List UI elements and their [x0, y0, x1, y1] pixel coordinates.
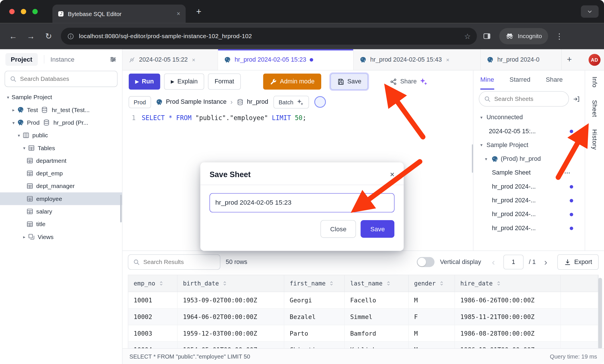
tab-instance[interactable]: Instance	[50, 56, 75, 63]
caret-icon[interactable]: ▾	[5, 95, 11, 100]
tree-item[interactable]: ▾public	[0, 129, 122, 142]
column-header[interactable]: gender	[409, 275, 455, 292]
site-info-icon[interactable]	[67, 32, 75, 40]
dialog-close-button[interactable]: Close	[321, 220, 356, 238]
tree-item[interactable]: ▾Prodhr_prod (Pr...	[0, 116, 122, 129]
tab-mine[interactable]: Mine	[480, 71, 494, 90]
sheet-item[interactable]: 2024-02-05 15:...	[474, 124, 585, 138]
strip-tab-sheet[interactable]: Sheet	[591, 100, 598, 117]
tree-item[interactable]: ▸Views	[0, 230, 122, 243]
environment-chip[interactable]: Prod	[129, 96, 151, 108]
tree-item[interactable]: ▾Sample Project	[0, 91, 122, 103]
query-tab[interactable]: hr_prod 2024-02-05 15:23	[218, 49, 354, 70]
caret-icon[interactable]: ▾	[21, 145, 28, 151]
save-button[interactable]: Save	[330, 73, 368, 89]
share-button[interactable]: Share	[383, 73, 419, 89]
caret-icon[interactable]: ▸	[10, 107, 17, 113]
tree-item[interactable]: title	[0, 218, 122, 230]
sheet-search-input[interactable]	[494, 95, 564, 102]
run-button[interactable]: ▶ Run	[129, 73, 161, 89]
bookmark-star-icon[interactable]: ☆	[464, 32, 471, 41]
sheet-group[interactable]: ▾Sample Project	[474, 138, 585, 152]
query-tab[interactable]: 2024-02-05 15:22×	[122, 49, 218, 70]
sparkles-ai-icon[interactable]	[419, 77, 428, 86]
tree-item[interactable]: employee	[0, 192, 122, 205]
side-panel-button[interactable]	[479, 28, 495, 44]
column-header[interactable]: birth_date	[178, 275, 284, 292]
sidebar-scrollbar[interactable]	[120, 195, 122, 222]
collapse-panel-icon[interactable]	[573, 95, 580, 103]
page-number-input[interactable]	[503, 255, 523, 269]
results-scrollbar[interactable]	[598, 278, 602, 348]
results-search-input[interactable]	[143, 259, 215, 265]
tab-starred[interactable]: Starred	[510, 71, 531, 90]
window-close-button[interactable]	[9, 9, 15, 14]
export-button[interactable]: Export	[557, 254, 599, 270]
sheet-search[interactable]	[479, 91, 569, 107]
caret-icon[interactable]: ▾	[480, 115, 486, 120]
column-header[interactable]: emp_no	[128, 275, 178, 292]
reload-button[interactable]: ↻	[41, 28, 56, 44]
browser-menu-button[interactable]: ⋮	[553, 32, 566, 41]
caret-icon[interactable]: ▾	[480, 142, 486, 148]
sheet-item[interactable]: hr_prod 2024-...	[474, 193, 585, 207]
caret-icon[interactable]: ▾	[485, 156, 491, 162]
database-search-input[interactable]	[20, 75, 112, 82]
forward-button[interactable]: →	[23, 28, 39, 44]
new-tab-button[interactable]: +	[193, 5, 205, 18]
user-avatar[interactable]: AD	[589, 54, 601, 66]
filter-settings-icon[interactable]	[109, 56, 117, 63]
tree-item[interactable]: salary	[0, 205, 122, 218]
caret-icon[interactable]: ▾	[15, 132, 22, 138]
sheet-item[interactable]: Sample Sheet	[474, 166, 585, 180]
dialog-save-button[interactable]: Save	[361, 220, 395, 238]
column-header[interactable]: hire_date	[455, 275, 561, 292]
explain-button[interactable]: ▶ Explain	[164, 73, 204, 89]
column-header[interactable]: first_name	[284, 275, 345, 292]
address-bar[interactable]: localhost:8080/sql-editor/prod-sample-in…	[61, 28, 477, 45]
tree-item[interactable]: dept_manager	[0, 180, 122, 192]
more-actions-icon[interactable]	[564, 169, 571, 177]
strip-tab-info[interactable]: Info	[591, 77, 598, 88]
instance-crumb[interactable]: Prod Sample Instance	[155, 98, 227, 106]
sheet-item[interactable]: hr_prod 2024-...	[474, 208, 585, 221]
ai-assistant-button[interactable]	[314, 96, 326, 108]
tab-close-icon[interactable]: ×	[177, 10, 180, 17]
tree-item[interactable]: department	[0, 154, 122, 167]
database-search[interactable]	[5, 71, 118, 87]
batch-button[interactable]: Batch	[274, 96, 309, 108]
query-tab[interactable]: hr_prod 2024-02-05 15:43×	[354, 49, 481, 70]
panel-resize-handle[interactable]	[472, 144, 473, 173]
back-button[interactable]: ←	[5, 28, 21, 44]
database-crumb[interactable]: hr_prod	[237, 98, 268, 106]
tree-item[interactable]: dept_emp	[0, 167, 122, 180]
prev-page-button[interactable]: ‹	[489, 257, 498, 267]
sheet-group[interactable]: ▾Unconnected	[474, 110, 585, 124]
sheet-item[interactable]: hr_prod 2024-...	[474, 221, 585, 235]
vertical-display-toggle[interactable]	[417, 257, 435, 267]
next-page-button[interactable]: ›	[541, 257, 550, 267]
tab-shared[interactable]: Share	[546, 71, 563, 90]
format-button[interactable]: Format	[208, 73, 241, 89]
strip-tab-history[interactable]: History	[591, 129, 598, 150]
admin-mode-button[interactable]: Admin mode	[263, 73, 321, 89]
query-tab[interactable]: hr_prod 2024-0	[481, 49, 562, 70]
dialog-close-icon[interactable]: ×	[390, 170, 395, 179]
tab-close-icon[interactable]: ×	[192, 56, 195, 63]
tab-close-icon[interactable]: ×	[446, 56, 449, 63]
sheet-name-input[interactable]	[210, 193, 395, 212]
caret-icon[interactable]: ▸	[21, 234, 28, 240]
window-minimize-button[interactable]	[21, 9, 26, 14]
window-zoom-button[interactable]	[32, 9, 38, 14]
tree-item[interactable]: ▸Testhr_test (Test...	[0, 103, 122, 116]
sheet-item[interactable]: hr_prod 2024-...	[474, 180, 585, 193]
browser-tab[interactable]: Bytebase SQL Editor ×	[52, 5, 186, 23]
tree-item[interactable]: ▾Tables	[0, 142, 122, 154]
new-query-tab-button[interactable]: +	[562, 49, 577, 70]
caret-icon[interactable]: ▾	[10, 120, 17, 125]
column-header[interactable]: last_name	[345, 275, 409, 292]
tab-project[interactable]: Project	[5, 53, 38, 66]
sheet-group[interactable]: ▾(Prod) hr_prod	[474, 152, 585, 166]
tab-list-button[interactable]	[581, 5, 599, 18]
results-search[interactable]	[128, 254, 220, 270]
